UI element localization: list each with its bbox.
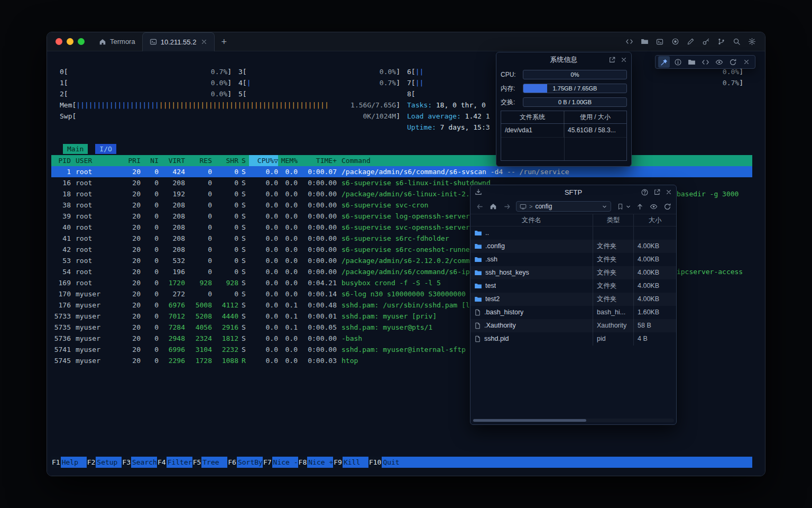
folder-icon[interactable] bbox=[686, 56, 697, 68]
fs-column-0: 文件系统 bbox=[501, 111, 564, 123]
new-tab-button[interactable]: + bbox=[221, 37, 227, 47]
path-selector[interactable]: > config bbox=[516, 201, 611, 212]
htop-view-tabs: MainI/O bbox=[63, 144, 116, 155]
pin-icon[interactable] bbox=[658, 56, 670, 68]
panel-title: SFTP bbox=[565, 188, 582, 196]
column-header-5[interactable]: RES bbox=[185, 155, 212, 166]
metric-bar: 0% bbox=[523, 70, 627, 79]
panel-title: 系统信息 bbox=[550, 55, 578, 65]
tab-termora[interactable]: Termora bbox=[92, 32, 142, 51]
code-icon[interactable] bbox=[623, 36, 635, 48]
eye-icon[interactable] bbox=[713, 56, 725, 68]
download-icon[interactable] bbox=[475, 188, 482, 196]
column-header-8[interactable]: CPU%▽ bbox=[249, 155, 278, 166]
fkey-f10[interactable]: F10Quit bbox=[368, 457, 408, 468]
fkey-f4[interactable]: F4Filter bbox=[157, 457, 192, 468]
branch-icon[interactable] bbox=[715, 36, 727, 48]
key-icon[interactable] bbox=[700, 36, 712, 48]
tab-label: 10.211.55.2 bbox=[161, 38, 197, 46]
record-icon[interactable] bbox=[669, 36, 681, 48]
column-header-7[interactable]: S bbox=[238, 155, 249, 166]
folder-icon bbox=[474, 282, 482, 290]
close-window-button[interactable] bbox=[56, 38, 62, 45]
sysinfo-metric-1: 内存:1.75GB / 7.65GB bbox=[501, 83, 627, 94]
column-header-3[interactable]: NI bbox=[141, 155, 159, 166]
close-icon[interactable] bbox=[666, 189, 672, 195]
search-icon[interactable] bbox=[731, 36, 742, 48]
folder-icon bbox=[474, 295, 482, 303]
file-type bbox=[593, 226, 633, 240]
sftp-file-row[interactable]: test文件夹4.00KB bbox=[470, 279, 676, 293]
close-icon[interactable] bbox=[741, 56, 752, 68]
tab-bar: Termora 10.211.55.2 + bbox=[47, 32, 765, 51]
help-icon[interactable] bbox=[641, 188, 649, 196]
pencil-icon[interactable] bbox=[685, 36, 696, 48]
fkey-f6[interactable]: F6SortBy bbox=[227, 457, 263, 468]
close-icon[interactable] bbox=[621, 57, 627, 63]
column-header-0[interactable]: PID bbox=[51, 155, 71, 166]
sftp-file-row[interactable]: .XauthorityXauthority58 B bbox=[470, 319, 676, 332]
sftp-file-row[interactable]: sshd.pidpid4 B bbox=[470, 332, 676, 346]
minimize-window-button[interactable] bbox=[67, 38, 73, 45]
back-icon[interactable] bbox=[475, 202, 484, 211]
sftp-file-row[interactable]: .ssh文件夹4.00KB bbox=[470, 253, 676, 266]
sftp-file-row[interactable]: .. bbox=[470, 226, 676, 240]
column-header-10[interactable]: TIME+ bbox=[298, 155, 337, 166]
close-tab-icon[interactable] bbox=[201, 39, 207, 45]
fkey-f5[interactable]: F5Tree bbox=[192, 457, 228, 468]
sftp-file-row[interactable]: ssh_host_keys文件夹4.00KB bbox=[470, 266, 676, 279]
column-header-9[interactable]: MEM% bbox=[278, 155, 298, 166]
fkey-f1[interactable]: F1Help bbox=[51, 457, 87, 468]
open-in-window-icon[interactable] bbox=[653, 188, 661, 196]
file-name: .Xauthority bbox=[484, 319, 516, 332]
home-icon[interactable] bbox=[488, 202, 498, 211]
sftp-column-0[interactable]: 文件名 bbox=[470, 214, 593, 226]
quick-toolbar bbox=[655, 55, 755, 69]
column-header-4[interactable]: VIRT bbox=[159, 155, 185, 166]
tab-session[interactable]: 10.211.55.2 bbox=[142, 32, 215, 51]
system-info-titlebar: 系统信息 bbox=[496, 52, 631, 67]
system-info-panel: 系统信息 CPU:0%内存:1.75GB / 7.65GB交换:0 B / 1.… bbox=[496, 52, 632, 167]
column-header-6[interactable]: SHR bbox=[212, 155, 238, 166]
sftp-column-2[interactable]: 大小 bbox=[633, 214, 676, 226]
info-icon[interactable] bbox=[672, 56, 684, 68]
sftp-file-row[interactable]: test2文件夹4.00KB bbox=[470, 293, 676, 306]
console-icon[interactable] bbox=[654, 36, 666, 48]
fkey-f2[interactable]: F2Setup bbox=[87, 457, 122, 468]
fkey-f3[interactable]: F3Search bbox=[122, 457, 157, 468]
swap-meter: Swp[0K/1024M] bbox=[60, 111, 400, 122]
htop-tab-main[interactable]: Main bbox=[63, 144, 88, 154]
process-row-pid-1[interactable]: 1root20042400S0.00.00:00.07/package/admi… bbox=[51, 166, 752, 177]
refresh-icon[interactable] bbox=[662, 202, 672, 211]
horizontal-scrollbar[interactable] bbox=[473, 419, 674, 422]
show-hidden-icon[interactable] bbox=[649, 202, 658, 211]
fkey-f9[interactable]: F9Kill bbox=[333, 457, 368, 468]
folder-icon[interactable] bbox=[639, 36, 650, 48]
column-header-2[interactable]: PRI bbox=[124, 155, 141, 166]
cpu-meter-4: 4[|0.7%] bbox=[238, 77, 400, 88]
chevron-down-icon[interactable] bbox=[625, 202, 631, 211]
terminal-icon bbox=[150, 38, 157, 46]
folder-icon bbox=[474, 256, 482, 264]
sftp-column-1[interactable]: 类型 bbox=[593, 214, 633, 226]
fkey-f7[interactable]: F7Nice - bbox=[263, 457, 298, 468]
sftp-file-row[interactable]: .bash_historybash_hi...1.60KB bbox=[470, 306, 676, 319]
fkey-f8[interactable]: F8Nice + bbox=[298, 457, 334, 468]
sftp-file-row[interactable]: .config文件夹4.00KB bbox=[470, 240, 676, 253]
code-icon[interactable] bbox=[699, 56, 711, 68]
file-type: pid bbox=[593, 332, 633, 346]
forward-icon[interactable] bbox=[502, 202, 512, 211]
open-in-window-icon[interactable] bbox=[608, 56, 616, 64]
scrollbar-thumb[interactable] bbox=[473, 419, 586, 422]
fs-column-1: 使用 / 大小 bbox=[564, 111, 626, 123]
file-name: ssh_host_keys bbox=[485, 266, 529, 279]
up-directory-icon[interactable] bbox=[635, 202, 644, 211]
bookmark-icon[interactable] bbox=[615, 202, 625, 211]
refresh-icon[interactable] bbox=[727, 56, 739, 68]
zoom-window-button[interactable] bbox=[78, 38, 85, 45]
htop-tab-io[interactable]: I/O bbox=[95, 144, 116, 154]
gear-icon[interactable] bbox=[746, 36, 758, 48]
column-header-1[interactable]: USER bbox=[71, 155, 124, 166]
file-size: 4.00KB bbox=[633, 253, 676, 266]
cpu-meter-3: 3[0.0%] bbox=[238, 66, 400, 77]
